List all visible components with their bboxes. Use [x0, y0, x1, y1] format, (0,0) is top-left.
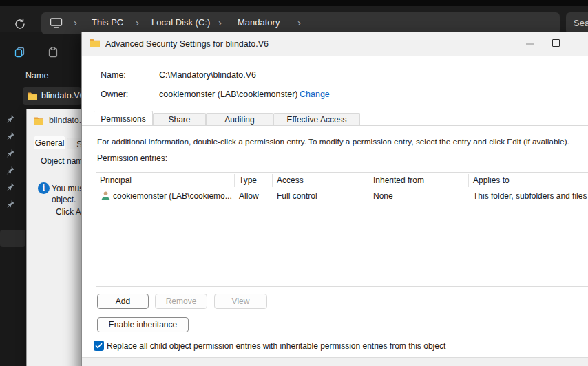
column-separator [234, 174, 235, 187]
info-text-line2: object. [52, 195, 76, 204]
paste-icon[interactable] [48, 47, 59, 61]
breadcrumb-local-disk[interactable]: Local Disk (C:) [151, 17, 210, 28]
sidebar-divider [3, 226, 14, 226]
permission-entries-label: Permission entries: [97, 153, 167, 163]
column-separator [468, 174, 469, 187]
permission-entries-table: Principal Type Access Inherited from App… [96, 172, 588, 287]
owner-label: Owner: [101, 89, 128, 99]
cell-principal: cookiemonster (LAB\cookiemo... [113, 191, 232, 201]
chevron-right-icon: › [136, 17, 139, 28]
breadcrumb-mandatory[interactable]: Mandatory [238, 17, 280, 28]
dialog-title-bar[interactable]: Advanced Security Settings for blindato.… [82, 32, 588, 56]
this-pc-icon [50, 17, 63, 32]
user-icon [101, 191, 111, 204]
chevron-right-icon: › [297, 17, 301, 28]
enable-inheritance-button[interactable]: Enable inheritance [97, 317, 189, 332]
pushpin-icon[interactable] [6, 114, 15, 124]
column-applies-to[interactable]: Applies to [473, 175, 510, 185]
file-list-name-column[interactable]: Name [25, 71, 48, 80]
file-row-blindato[interactable]: blindato.V6 [23, 87, 81, 105]
maximize-icon[interactable] [552, 39, 560, 47]
copy-icon[interactable] [14, 47, 25, 61]
permission-entry-row[interactable]: cookiemonster (LAB\cookiemo... Allow Ful… [96, 189, 588, 204]
cell-type: Allow [239, 191, 259, 201]
column-separator [272, 174, 273, 187]
table-header-row[interactable]: Principal Type Access Inherited from App… [96, 173, 588, 189]
owner-value: cookiemonster (LAB\cookiemonster) [159, 89, 297, 99]
tab-share[interactable]: Share [153, 113, 206, 125]
pushpin-icon[interactable] [6, 200, 15, 209]
tab-general[interactable]: General [34, 136, 65, 149]
minimize-icon[interactable] [526, 43, 534, 45]
tab-strip-border [82, 125, 588, 126]
refresh-icon[interactable] [14, 18, 26, 30]
search-placeholder: Sea [574, 18, 588, 28]
name-label: Name: [101, 70, 126, 80]
sidebar-selected-item[interactable] [0, 230, 25, 247]
column-separator [368, 174, 368, 187]
checkmark-icon [94, 341, 104, 351]
pushpin-icon[interactable] [6, 149, 15, 158]
dialog-footer [82, 357, 588, 366]
dialog-title: Advanced Security Settings for blindato.… [105, 39, 269, 49]
change-owner-link[interactable]: Change [300, 89, 330, 99]
folder-icon [89, 38, 101, 50]
tab-effective-access[interactable]: Effective Access [273, 113, 360, 125]
chevron-right-icon: › [218, 17, 222, 28]
object-name-label: Object name [41, 156, 87, 166]
column-inherited-from[interactable]: Inherited from [373, 175, 424, 185]
tab-permissions[interactable]: Permissions [94, 111, 153, 125]
screen: › This PC › Local Disk (C:) › Mandatory … [0, 0, 588, 366]
replace-permissions-checkbox[interactable] [94, 341, 104, 351]
name-value: C:\Mandatory\blindato.V6 [159, 70, 256, 80]
pushpin-icon[interactable] [6, 182, 15, 192]
explorer-navigation-bar: › This PC › Local Disk (C:) › Mandatory … [0, 6, 588, 32]
info-text-line1: You mus [52, 184, 83, 193]
replace-checkbox-label[interactable]: Replace all child object permission entr… [107, 341, 445, 351]
breadcrumb-this-pc[interactable]: This PC [92, 17, 123, 28]
window-top-strip [0, 0, 588, 6]
cell-inherited-from: None [373, 191, 393, 201]
pushpin-icon[interactable] [6, 131, 15, 141]
cell-applies-to: This folder, subfolders and files [473, 191, 587, 201]
info-icon: i [38, 182, 50, 194]
view-button[interactable]: View [214, 294, 267, 309]
chevron-right-icon: › [74, 17, 77, 28]
column-principal[interactable]: Principal [100, 175, 132, 185]
folder-icon [34, 115, 44, 127]
folder-icon [27, 91, 38, 103]
remove-button[interactable]: Remove [155, 294, 207, 309]
instructions-text: For additional information, double-click… [97, 137, 569, 147]
advanced-security-dialog: Advanced Security Settings for blindato.… [81, 32, 588, 366]
tab-auditing[interactable]: Auditing [206, 113, 273, 125]
cell-access: Full control [277, 191, 317, 201]
file-name-label: blindato.V6 [41, 91, 85, 100]
column-access[interactable]: Access [277, 175, 304, 185]
add-button[interactable]: Add [97, 294, 149, 309]
column-type[interactable]: Type [239, 175, 257, 185]
pushpin-icon[interactable] [6, 166, 15, 175]
